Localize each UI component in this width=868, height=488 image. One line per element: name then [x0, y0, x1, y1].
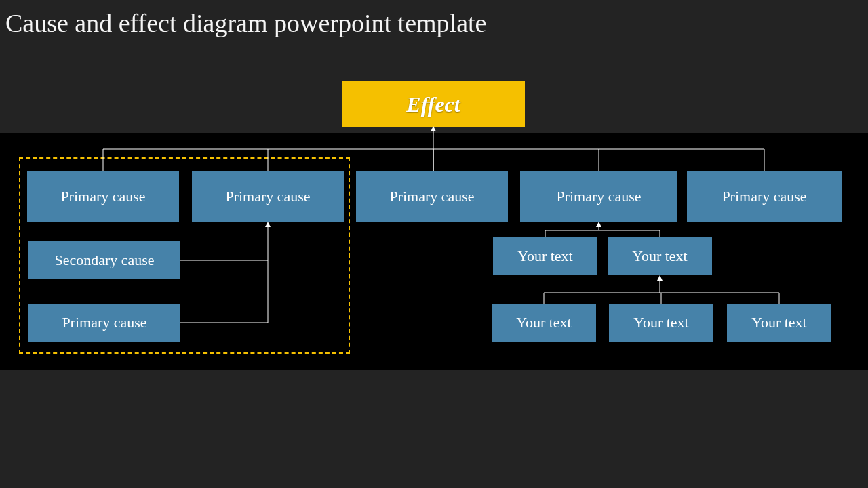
right-sub-4: Your text [609, 304, 713, 342]
right-sub-2: Your text [608, 237, 712, 275]
page-title: Cause and effect diagram powerpoint temp… [0, 0, 868, 38]
right-sub-5: Your text [727, 304, 831, 342]
primary-cause-4: Primary cause [520, 171, 677, 222]
primary-cause-2: Primary cause [192, 171, 344, 222]
left-tertiary: Primary cause [28, 304, 180, 342]
secondary-cause: Secondary cause [28, 241, 180, 279]
primary-cause-3: Primary cause [356, 171, 508, 222]
primary-cause-1: Primary cause [27, 171, 179, 222]
right-sub-3: Your text [492, 304, 596, 342]
effect-box: Effect [342, 81, 525, 127]
primary-cause-5: Primary cause [687, 171, 842, 222]
right-sub-1: Your text [493, 237, 597, 275]
